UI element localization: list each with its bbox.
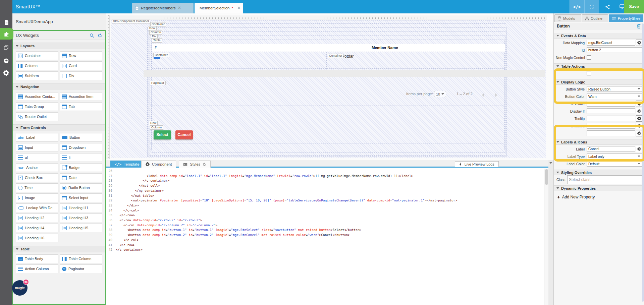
redirect-icon[interactable] — [0, 56, 12, 66]
save-button[interactable]: Save — [624, 0, 644, 13]
input-field[interactable]: button.2 — [587, 47, 642, 53]
code-line[interactable]: 29 </mat-cell> — [106, 183, 543, 188]
widget-item[interactable]: Container — [16, 51, 58, 60]
code-line[interactable]: 30 </ng-container> — [106, 188, 543, 193]
select-field[interactable]: Label only — [587, 154, 642, 159]
panel-scrollbar[interactable] — [642, 23, 644, 302]
widget-item[interactable]: Check Box — [16, 173, 58, 182]
code-line[interactable]: 36 <c-row data-comp-id="c-row.2" id="c-r… — [106, 218, 543, 223]
design-canvas[interactable]: XPA Component Container Container Row Co… — [106, 13, 553, 160]
code-line[interactable]: 33 </div> — [106, 203, 543, 208]
trash-icon[interactable] — [637, 24, 641, 28]
widget-item[interactable]: <a>Anchor — [16, 163, 58, 172]
widget-item[interactable]: Dropdown — [60, 143, 102, 152]
widget-item[interactable]: Heading H3 — [60, 213, 102, 222]
tab-models[interactable]: Models — [554, 14, 581, 22]
next-page-icon[interactable] — [494, 93, 496, 100]
widget-item[interactable]: Accordion Conta... — [16, 92, 58, 101]
refresh-icon[interactable] — [203, 163, 206, 166]
widget-item[interactable]: Input — [16, 143, 58, 152]
code-line[interactable]: 38 <button data-comp-id="button.1" id="b… — [106, 228, 543, 233]
widget-section-header[interactable]: Navigation — [13, 83, 105, 90]
widget-item[interactable]: Heading H6 — [16, 234, 58, 242]
column-header-member-name[interactable]: Member Name — [372, 46, 398, 50]
tab-propertysheet[interactable]: PropertyShee — [609, 14, 643, 22]
code-line[interactable]: 32 <mat-paginator #paginator [pageSize]=… — [106, 198, 543, 203]
table-chip[interactable]: Table — [152, 38, 162, 43]
widget-item[interactable]: Image — [16, 193, 58, 202]
property-section-header[interactable]: Styling Overrides — [554, 170, 644, 175]
cell-container-chip[interactable]: Container — [328, 54, 343, 58]
widget-item[interactable]: Select Input — [60, 193, 102, 202]
widget-item[interactable]: Accordion Item — [60, 92, 102, 101]
widget-item[interactable]: li — [60, 153, 102, 162]
gear-icon[interactable] — [636, 146, 642, 152]
property-section-header[interactable]: Display Logic — [554, 79, 644, 85]
widget-item[interactable]: Table Body — [16, 254, 58, 263]
app-name-row[interactable]: SmartUXDemoApp — [12, 13, 106, 30]
code-line[interactable]: 42</c-container> — [106, 247, 543, 252]
property-section-header[interactable]: Labels & Icons — [554, 139, 644, 145]
copy-icon[interactable] — [0, 42, 12, 52]
cell-container-chip[interactable]: Container — [153, 53, 169, 57]
tab-template[interactable]: </> Template — [110, 161, 144, 168]
widget-item[interactable]: Button — [60, 133, 102, 142]
code-line[interactable]: 39 <button data-comp-id="button.2" id="b… — [106, 233, 543, 238]
widget-item[interactable]: Date — [60, 173, 102, 182]
input-field[interactable]: Cancel — [587, 146, 635, 152]
checkbox[interactable] — [587, 55, 591, 60]
widget-item[interactable]: Radio Button — [60, 183, 102, 192]
xpa-component-container[interactable]: XPA Component Container Container Row Co… — [111, 20, 546, 158]
file-icon[interactable] — [0, 17, 12, 27]
widget-item[interactable]: Tabs Group — [16, 102, 58, 111]
paginator-box[interactable] — [149, 82, 506, 106]
widget-section-header[interactable]: Layouts — [13, 43, 105, 49]
input-field[interactable] — [587, 116, 635, 121]
live-preview-logs-button[interactable]: Live Preview Logs — [455, 161, 499, 167]
input-field[interactable] — [587, 130, 635, 136]
widget-item[interactable]: Heading H5 — [60, 224, 102, 232]
select-field[interactable]: Warn — [587, 94, 642, 99]
widget-item[interactable]: Heading H1 — [60, 203, 102, 212]
code-line[interactable]: 34 </c-col> — [106, 208, 543, 213]
widget-item[interactable]: Router Outlet — [16, 112, 58, 121]
widget-item[interactable]: Lookup With De... — [16, 203, 58, 212]
expand-button[interactable] — [584, 0, 599, 13]
magic-logo[interactable]: magic 56 — [12, 280, 28, 296]
input-field[interactable]: Select class... — [567, 175, 642, 184]
gear-icon[interactable] — [0, 68, 12, 78]
row2-chip[interactable]: Row — [149, 121, 158, 125]
close-icon[interactable]: ✕ — [237, 6, 241, 10]
table-header-row[interactable]: # Member Name — [152, 44, 505, 52]
gear-icon[interactable] — [636, 115, 642, 122]
gear-icon[interactable] — [636, 40, 642, 46]
buttons-row-box[interactable] — [149, 122, 506, 143]
code-line[interactable]: 35 </c-row> — [106, 213, 543, 218]
input-field[interactable] — [587, 101, 635, 107]
puzzle-icon[interactable] — [0, 28, 13, 40]
widget-item[interactable]: Subform — [16, 71, 58, 80]
code-line[interactable]: 40 </c-col> — [106, 238, 543, 243]
widget-item[interactable]: Heading H4 — [16, 224, 58, 232]
widget-item[interactable]: Column — [16, 61, 58, 70]
gear-icon[interactable] — [636, 123, 642, 129]
table-data-row[interactable]: Container Container h Potdar — [152, 52, 505, 69]
select-button[interactable]: Select — [154, 130, 171, 139]
widget-item[interactable]: Tab — [60, 102, 102, 111]
code-scrollbar[interactable] — [544, 169, 548, 305]
scrollbar-thumb[interactable] — [545, 169, 548, 185]
select-field[interactable]: Default — [587, 161, 642, 167]
widget-item[interactable]: Table Column — [60, 254, 102, 263]
widget-section-header[interactable]: Form Controls — [13, 124, 105, 131]
close-icon[interactable]: ✕ — [178, 6, 181, 10]
add-new-property-button[interactable]: +Add New Property — [556, 194, 642, 200]
share-button[interactable] — [600, 0, 615, 13]
input-field[interactable] — [587, 123, 635, 129]
select-field[interactable]: Raised Button — [587, 86, 642, 92]
search-icon[interactable] — [90, 33, 94, 38]
widget-item[interactable]: Paginator — [60, 264, 102, 273]
code-line[interactable]: 41 </c-row> — [106, 243, 543, 248]
property-section-header[interactable]: Table Actions — [554, 63, 644, 69]
widget-item[interactable]: Div — [60, 71, 102, 80]
widget-item[interactable]: Row — [60, 51, 102, 60]
